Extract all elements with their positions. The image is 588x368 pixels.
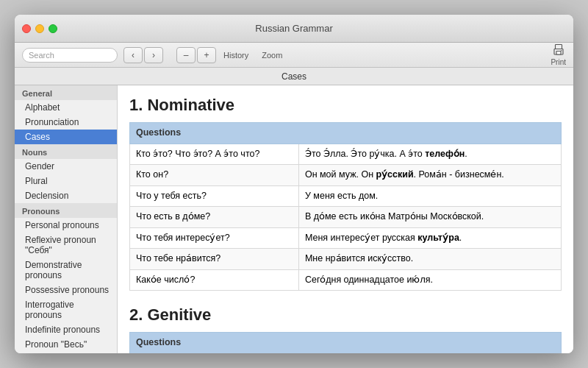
sidebar: General Alphabet Pronunciation Cases Nou…	[15, 85, 118, 353]
answer-cell: Сего́дня одиннадцатое ию́ля.	[298, 269, 561, 291]
sidebar-section-nouns: Nouns	[15, 144, 117, 159]
question-cell: Что у тебя есть?	[130, 185, 299, 207]
genitive-questions-header: Questions	[130, 333, 562, 354]
answer-cell: Он мой муж. Он ру́сский. Рома́н - бизнес…	[298, 165, 561, 186]
forward-button[interactable]: ›	[144, 47, 163, 63]
question-cell: Что тебе нра́вится?	[130, 249, 299, 270]
window-title: Russian Grammar	[255, 23, 332, 34]
question-cell: Како́е число́?	[130, 269, 299, 291]
table-row: Что тебя интересу́ет? Меня интересу́ет р…	[130, 227, 562, 249]
question-cell: Кто он?	[130, 165, 299, 186]
sidebar-item-cases[interactable]: Cases	[15, 130, 117, 144]
table-row: Что тебе нра́вится? Мне нра́вится иску́с…	[130, 249, 562, 270]
answer-cell: У меня есть дом.	[298, 185, 561, 207]
close-button[interactable]	[22, 24, 31, 33]
sidebar-section-general: General	[15, 85, 117, 100]
minimize-button[interactable]	[35, 24, 44, 33]
traffic-lights	[22, 24, 57, 33]
answer-cell: Мне нра́вится иску́сство.	[298, 249, 561, 270]
genitive-table: Questions Как тебя зову́т? Меня зову́т З…	[129, 332, 562, 353]
sidebar-item-personal-pronouns[interactable]: Personal pronouns	[15, 218, 117, 233]
svg-point-3	[561, 50, 562, 52]
nominative-section: 1. Nominative Questions Кто э́то? Что э́…	[129, 96, 562, 291]
genitive-title: 2. Genitive	[129, 305, 562, 325]
nominative-title: 1. Nominative	[129, 96, 562, 115]
zoom-in-button[interactable]: +	[197, 47, 216, 63]
sidebar-item-alphabet[interactable]: Alphabet	[15, 100, 117, 115]
question-cell: Что есть в до́ме?	[130, 207, 299, 228]
nominative-table: Questions Кто э́то? Что э́то? А э́то что…	[129, 122, 562, 291]
sidebar-item-pronoun-drug[interactable]: Pronoun "Друг друга"	[15, 352, 117, 353]
print-button[interactable]: Print	[551, 43, 566, 66]
search-input[interactable]: Search	[22, 48, 118, 63]
sidebar-item-declension-nouns[interactable]: Declension	[15, 188, 117, 203]
table-row: Что у тебя есть? У меня есть дом.	[130, 185, 562, 207]
zoom-out-button[interactable]: –	[176, 47, 196, 63]
table-row: Како́е число́? Сего́дня одиннадцатое ию́…	[130, 269, 562, 291]
answer-cell: В до́ме есть ико́на Матро́ны Моско́вской…	[298, 207, 561, 228]
tabbar: Cases	[15, 68, 573, 85]
sidebar-item-pronoun-ves[interactable]: Pronoun "Весь"	[15, 337, 117, 352]
zoom-label: Zoom	[262, 51, 282, 60]
genitive-section: 2. Genitive Questions Как тебя зову́т? М…	[129, 305, 562, 353]
titlebar: Russian Grammar	[15, 15, 573, 43]
sidebar-item-gender[interactable]: Gender	[15, 159, 117, 174]
nominative-questions-header: Questions	[130, 123, 562, 144]
search-placeholder: Search	[29, 51, 54, 60]
history-label: History	[223, 51, 248, 60]
app-window: Russian Grammar Search ‹ › – + History Z…	[15, 15, 573, 353]
sidebar-item-interrogative-pronouns[interactable]: Interrogative pronouns	[15, 297, 117, 322]
sidebar-item-indefinite-pronouns[interactable]: Indefinite pronouns	[15, 322, 117, 337]
table-row: Кто э́то? Что э́то? А э́то что? Э́то Э́л…	[130, 144, 562, 165]
svg-rect-2	[556, 52, 561, 55]
sidebar-item-reflexive-pronoun[interactable]: Reflexive pronoun "Себя"	[15, 233, 117, 258]
question-cell: Кто э́то? Что э́то? А э́то что?	[130, 144, 299, 165]
print-label: Print	[551, 58, 566, 66]
main-layout: General Alphabet Pronunciation Cases Nou…	[15, 85, 573, 353]
table-row: Что есть в до́ме? В до́ме есть ико́на Ма…	[130, 207, 562, 228]
toolbar: Search ‹ › – + History Zoom Print	[15, 43, 573, 68]
sidebar-item-possessive-pronouns[interactable]: Possessive pronouns	[15, 283, 117, 297]
table-row: Кто он? Он мой муж. Он ру́сский. Рома́н …	[130, 165, 562, 186]
active-tab[interactable]: Cases	[282, 71, 306, 82]
zoom-buttons: – +	[176, 47, 216, 63]
answer-cell: Э́то Э́лла. Э́то ру́чка. А э́то телефо́н…	[298, 144, 561, 165]
fullscreen-button[interactable]	[49, 24, 57, 33]
sidebar-section-pronouns: Pronouns	[15, 203, 117, 218]
sidebar-item-plural[interactable]: Plural	[15, 174, 117, 188]
nav-buttons: ‹ ›	[123, 47, 163, 63]
sidebar-item-pronunciation[interactable]: Pronunciation	[15, 115, 117, 130]
question-cell: Что тебя интересу́ет?	[130, 227, 299, 249]
answer-cell: Меня интересу́ет русская культу́ра.	[298, 227, 561, 249]
back-button[interactable]: ‹	[123, 47, 143, 63]
content-area: 1. Nominative Questions Кто э́то? Что э́…	[118, 85, 573, 353]
svg-rect-0	[555, 45, 562, 49]
sidebar-item-demonstrative-pronouns[interactable]: Demonstrative pronouns	[15, 258, 117, 283]
